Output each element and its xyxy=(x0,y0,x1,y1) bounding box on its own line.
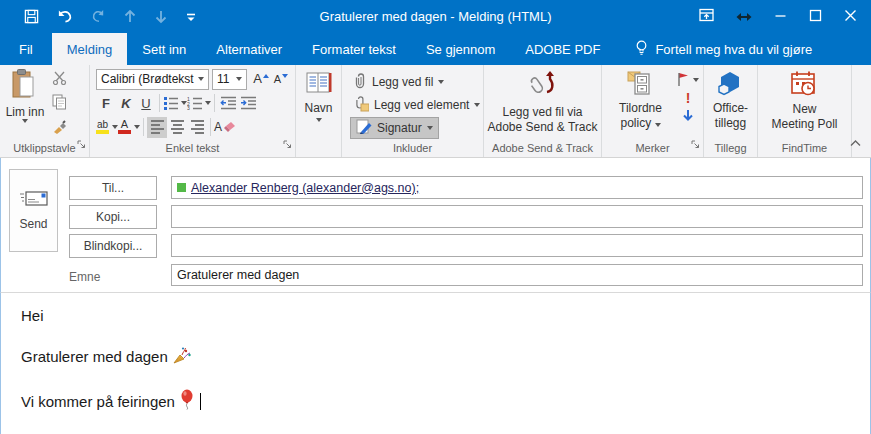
group-enkel-tekst: Calibri (Brødtekst 11 A A F K U 123 xyxy=(90,65,296,157)
adobe-send-track-button[interactable]: Legg ved fil viaAdobe Send & Track xyxy=(487,70,597,135)
align-left-button[interactable] xyxy=(147,117,167,138)
high-importance-button[interactable]: ! xyxy=(686,91,691,105)
bcc-field[interactable] xyxy=(171,234,863,257)
resize-horizontal-icon[interactable] xyxy=(736,8,752,26)
signature-pen-icon xyxy=(356,119,372,138)
send-envelope-icon xyxy=(19,190,49,211)
group-label-findtime: FindTime xyxy=(758,142,851,154)
recipient-chip[interactable]: Alexander Renberg (alexander@ags.no); xyxy=(177,181,419,195)
body-line-1-text: Hei xyxy=(21,307,44,324)
grow-font-caret xyxy=(263,74,269,78)
group-merker: Tilordnepolicy ! Merker xyxy=(602,65,704,157)
minimize-button[interactable] xyxy=(774,8,787,26)
font-size-select[interactable]: 11 xyxy=(212,69,247,90)
font-size-caret xyxy=(236,77,242,81)
subject-field[interactable]: Gratulerer med dagen xyxy=(171,264,863,286)
flag-caret xyxy=(693,78,699,82)
collapse-ribbon-icon[interactable] xyxy=(849,133,862,151)
maximize-button[interactable] xyxy=(809,8,822,26)
ribbon-display-options-icon[interactable] xyxy=(699,8,714,26)
to-button[interactable]: Til... xyxy=(69,176,157,200)
svg-text:3: 3 xyxy=(187,105,190,110)
signature-button[interactable]: Signatur xyxy=(350,117,439,139)
assign-policy-line2: policy xyxy=(620,116,651,130)
tags-dialog-launcher-icon[interactable] xyxy=(691,135,700,153)
tab-se-gjennom[interactable]: Se gjennom xyxy=(411,33,510,65)
body-line-2: Gratulerer med dagen xyxy=(21,346,870,367)
message-body[interactable]: Hei Gratulerer med dagen Vi kommer på fe… xyxy=(0,293,871,434)
group-label-inkluder: Inkluder xyxy=(342,142,483,154)
assign-policy-line1: Tilordne xyxy=(619,101,662,115)
undo-icon[interactable] xyxy=(56,9,73,24)
subject-label: Emne xyxy=(69,270,100,284)
font-color-caret xyxy=(134,125,140,129)
paperclip-icon xyxy=(355,72,367,93)
clipboard-paste-icon xyxy=(12,69,39,104)
address-book-icon[interactable] xyxy=(306,72,332,98)
attach-item-button[interactable]: Legg ved element xyxy=(350,94,485,116)
shrink-font-button[interactable]: A xyxy=(271,69,291,90)
shrink-font-caret xyxy=(282,74,288,78)
group-label-utklippstavle: Utklippstavle xyxy=(0,142,89,154)
body-line-3-text: Vi kommer på feiringen xyxy=(21,393,175,410)
customize-qat-icon[interactable] xyxy=(185,11,197,23)
meeting-poll-calendar-icon xyxy=(789,70,819,102)
follow-up-flag-button[interactable] xyxy=(677,72,699,87)
save-icon[interactable] xyxy=(24,9,39,24)
tab-alternativer[interactable]: Alternativer xyxy=(201,33,297,65)
highlight-color-button[interactable]: ab xyxy=(96,117,118,138)
ribbon-end-spacer xyxy=(852,65,871,157)
clipboard-dialog-launcher-icon[interactable] xyxy=(77,135,86,153)
close-button[interactable] xyxy=(844,8,857,26)
group-utklippstavle: Lim inn Utklippstavle xyxy=(0,65,90,157)
tab-formater-tekst[interactable]: Formater tekst xyxy=(297,33,411,65)
cut-icon[interactable] xyxy=(52,71,68,89)
clear-formatting-button[interactable]: A xyxy=(214,117,235,138)
names-label[interactable]: Navn xyxy=(304,101,332,115)
move-up-icon[interactable] xyxy=(123,9,137,24)
office-addins-button[interactable]: Office-tillegg xyxy=(713,70,748,131)
group-adobe-send-track: Legg ved fil viaAdobe Send & Track Adobe… xyxy=(484,65,602,157)
tab-adobe-pdf[interactable]: ADOBE PDF xyxy=(510,33,615,65)
move-down-icon[interactable] xyxy=(154,9,168,24)
font-color-button[interactable]: A xyxy=(118,117,140,138)
new-meeting-poll-button[interactable]: NewMeeting Poll xyxy=(771,70,837,132)
tab-fil[interactable]: Fil xyxy=(0,33,52,65)
tab-melding[interactable]: Melding xyxy=(52,33,128,65)
cc-field[interactable] xyxy=(171,205,863,228)
font-name-caret xyxy=(198,77,204,81)
align-center-button[interactable] xyxy=(167,117,187,138)
increase-indent-button[interactable] xyxy=(238,93,258,114)
font-dialog-launcher-icon[interactable] xyxy=(283,135,292,153)
bcc-button[interactable]: Blindkopi... xyxy=(69,234,157,258)
group-findtime: NewMeeting Poll FindTime xyxy=(758,65,852,157)
grow-font-button[interactable]: A xyxy=(251,69,271,90)
align-right-button[interactable] xyxy=(187,117,207,138)
copy-icon[interactable] xyxy=(52,94,68,114)
send-button[interactable]: Send xyxy=(9,169,58,252)
subject-value: Gratulerer med dagen xyxy=(177,268,299,282)
numbered-list-button[interactable]: 123 xyxy=(187,93,211,114)
quick-access-toolbar xyxy=(24,9,197,24)
send-label: Send xyxy=(19,217,47,231)
italic-button[interactable]: K xyxy=(116,93,136,114)
tell-me-box[interactable]: Fortell meg hva du vil gjøre xyxy=(635,33,812,65)
attach-file-label: Legg ved fil xyxy=(372,75,433,89)
to-field[interactable]: Alexander Renberg (alexander@ags.no); xyxy=(171,176,863,199)
paste-label: Lim inn xyxy=(6,106,45,119)
low-importance-button[interactable] xyxy=(682,109,694,127)
format-painter-icon[interactable] xyxy=(52,119,68,138)
attach-file-button[interactable]: Legg ved fil xyxy=(350,71,449,93)
bold-button[interactable]: F xyxy=(96,93,116,114)
underline-button[interactable]: U xyxy=(136,93,156,114)
font-size-value: 11 xyxy=(217,72,229,86)
tab-sett-inn[interactable]: Sett inn xyxy=(127,33,201,65)
font-name-select[interactable]: Calibri (Brødtekst xyxy=(96,69,209,90)
redo-icon[interactable] xyxy=(90,9,106,24)
cc-button[interactable]: Kopi... xyxy=(69,205,157,229)
highlight-colorbar xyxy=(96,130,109,134)
group-label-merker: Merker xyxy=(602,142,703,154)
decrease-indent-button[interactable] xyxy=(218,93,238,114)
group-inkluder: Legg ved fil Legg ved element Signatur I… xyxy=(342,65,484,157)
bullet-list-button[interactable] xyxy=(163,93,187,114)
